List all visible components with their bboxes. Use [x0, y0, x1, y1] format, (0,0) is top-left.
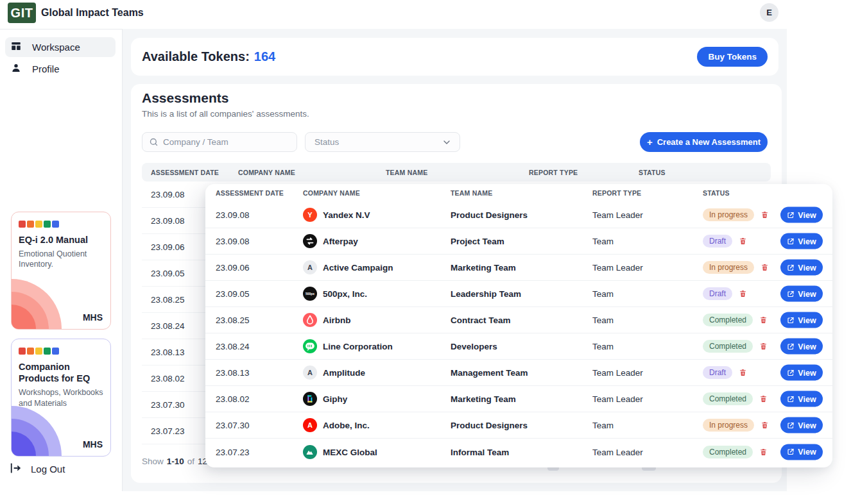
company-logo: Y	[303, 208, 317, 222]
table-header: Assessment Date Company Name Team Name R…	[142, 163, 771, 181]
assessment-date: 23.08.02	[151, 374, 185, 383]
table-row: 23.08.02 Giphy Marketing Team Team Leade…	[205, 386, 832, 412]
status-cell: In progress	[703, 261, 769, 274]
promo-card-companion-products[interactable]: Companion Products for EQ Workshops, Wor…	[11, 339, 111, 457]
trash-icon[interactable]	[759, 394, 768, 403]
sidebar-item-workspace[interactable]: Workspace	[5, 37, 116, 57]
trash-icon[interactable]	[739, 368, 747, 377]
color-square	[35, 221, 42, 228]
logout-label: Log Out	[31, 464, 65, 475]
table-row: 23.08.24 Line Corporation Developers Tea…	[205, 333, 832, 360]
trash-icon[interactable]	[759, 315, 768, 324]
app-logo: GIT	[8, 3, 36, 23]
sidebar-item-label: Profile	[32, 63, 60, 74]
assessment-date: 23.09.08	[216, 210, 250, 220]
buy-tokens-button[interactable]: Buy Tokens	[697, 47, 768, 67]
tokens-card: Available Tokens: 164 Buy Tokens	[131, 38, 778, 76]
status-badge: Completed	[703, 340, 753, 353]
view-button-label: View	[798, 342, 816, 351]
team-name: Marketing Team	[451, 263, 516, 273]
column-header: Report Type	[592, 184, 641, 202]
view-button[interactable]: View	[780, 444, 823, 460]
view-button[interactable]: View	[780, 417, 823, 433]
view-button[interactable]: View	[780, 286, 823, 302]
external-link-icon	[787, 369, 795, 376]
user-avatar[interactable]: E	[760, 3, 778, 22]
team-name: Developers	[451, 342, 497, 351]
assessment-date: 23.09.06	[216, 263, 250, 273]
view-button[interactable]: View	[780, 339, 823, 355]
assessment-date: 23.08.25	[151, 295, 185, 305]
app-root: GIT Global Impact Teams E Workspace Prof…	[0, 0, 860, 504]
column-header: Status	[703, 184, 730, 202]
trash-icon[interactable]	[739, 289, 747, 298]
airbnb-logo	[303, 313, 317, 327]
status-cell: In progress	[703, 208, 769, 221]
plus-icon: +	[647, 137, 653, 147]
mexc-logo	[303, 445, 317, 459]
company-name: Airbnb	[323, 315, 351, 325]
assessment-date: 23.08.24	[151, 321, 185, 331]
search-input[interactable]	[163, 137, 290, 147]
column-header: Company Name	[303, 184, 360, 202]
external-link-icon	[787, 316, 795, 324]
logout-button[interactable]: Log Out	[9, 462, 65, 476]
promo-title: Companion Products for EQ	[19, 361, 103, 384]
trash-icon[interactable]	[739, 237, 747, 246]
status-cell: Draft	[703, 235, 747, 248]
team-name: Leadership Team	[451, 289, 521, 299]
search-icon	[149, 137, 159, 147]
logout-icon	[9, 462, 22, 476]
create-assessment-label: Create a New Assessment	[657, 137, 761, 147]
status-filter-label: Status	[314, 137, 339, 147]
team-name: Contract Team	[451, 315, 511, 325]
assessment-date: 23.09.06	[151, 242, 185, 252]
color-square	[44, 221, 51, 228]
trash-icon[interactable]	[759, 342, 768, 351]
view-button[interactable]: View	[780, 233, 823, 249]
trash-icon[interactable]	[761, 421, 769, 430]
column-header: Team Name	[451, 184, 492, 202]
trash-icon[interactable]	[761, 263, 769, 272]
color-square	[52, 348, 59, 355]
assessment-date: 23.07.30	[216, 421, 250, 430]
view-button[interactable]: View	[780, 207, 823, 223]
external-link-icon	[787, 211, 795, 219]
sidebar-item-profile[interactable]: Profile	[5, 59, 116, 79]
line-logo	[303, 339, 317, 353]
color-square	[19, 348, 26, 355]
trash-icon[interactable]	[759, 448, 768, 457]
assessment-date: 23.09.05	[151, 269, 185, 278]
assessments-table-panel: Assessment Date Company Name Team Name R…	[205, 184, 832, 467]
token-count: 164	[254, 49, 275, 64]
promo-card-eqi-manual[interactable]: EQ-i 2.0 Manual Emotional Quotient Inven…	[11, 212, 111, 330]
view-button[interactable]: View	[780, 260, 823, 276]
view-button[interactable]: View	[780, 391, 823, 407]
assessment-date: 23.08.13	[216, 368, 250, 378]
trash-icon[interactable]	[761, 210, 769, 219]
column-header: Assessment Date	[151, 163, 219, 181]
table-row: 23.08.25 Airbnb Contract Team Team Compl…	[205, 307, 832, 333]
team-name: Management Team	[451, 368, 528, 378]
report-type: Team	[592, 237, 614, 246]
profile-icon	[10, 62, 22, 76]
status-cell: In progress	[703, 419, 769, 432]
status-badge: Draft	[703, 235, 732, 248]
assessment-date: 23.07.30	[151, 400, 185, 410]
status-filter-dropdown[interactable]: Status	[305, 132, 460, 152]
view-button-label: View	[798, 210, 816, 219]
assessment-date: 23.07.23	[216, 447, 250, 457]
external-link-icon	[787, 448, 795, 456]
company-logo: 500px	[303, 287, 317, 301]
view-button-label: View	[798, 368, 816, 377]
table-row: 23.09.05 500px 500px, Inc. Leadership Te…	[205, 281, 832, 307]
team-name: Project Team	[451, 237, 504, 246]
afterpay-logo	[303, 234, 317, 248]
create-assessment-button[interactable]: + Create a New Assessment	[640, 132, 768, 152]
view-button-label: View	[798, 421, 816, 430]
view-button[interactable]: View	[780, 365, 823, 381]
view-button[interactable]: View	[780, 312, 823, 328]
assessment-date: 23.09.08	[151, 216, 185, 226]
company-name: 500px, Inc.	[323, 289, 367, 299]
color-square	[19, 221, 26, 228]
